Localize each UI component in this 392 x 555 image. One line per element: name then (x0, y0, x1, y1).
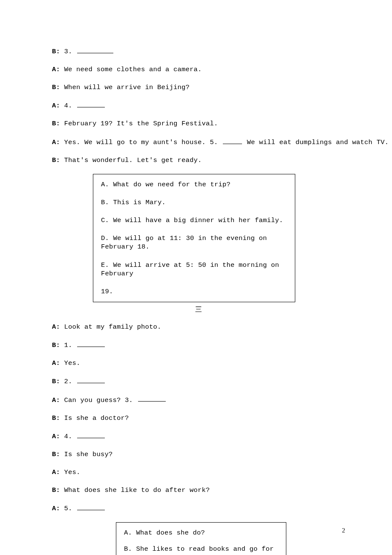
dialog2-line-a3: A: We need some clothes and a camera. (52, 65, 345, 74)
speaker-a: A: (52, 139, 64, 146)
dialog-text: We will eat dumplings and watch TV. (243, 139, 389, 146)
dialog3-line-a4: A: 4. (52, 432, 345, 441)
choice-option-a: A. What do we need for the trip? (101, 180, 287, 189)
dialog3-line-b2: B: 2. (52, 377, 345, 386)
speaker-b: B: (52, 48, 64, 55)
fill-blank[interactable] (77, 504, 105, 510)
speaker-b: B: (52, 486, 64, 494)
dialog2-line-b6: B: That's wonderful. Let's get ready. (52, 156, 345, 165)
fill-blank[interactable] (223, 138, 242, 144)
choice-option-c: C. We will have a big dinner with her fa… (101, 216, 287, 225)
speaker-a: A: (52, 66, 64, 73)
speaker-b: B: (52, 451, 64, 458)
choice-option-e-cont: 19. (101, 287, 287, 296)
dialog-text: February 19? It's the Spring Festival. (64, 120, 218, 127)
speaker-b: B: (52, 414, 64, 422)
speaker-b: B: (52, 84, 64, 91)
dialog2-line-b4: B: When will we arrive in Beijing? (52, 83, 345, 92)
dialog-text: Can you guess? 3. (64, 396, 137, 404)
blank-number: 4. (64, 433, 77, 440)
dialog-text: Yes. (64, 468, 81, 476)
page: B: 3. A: We need some clothes and a came… (0, 0, 392, 555)
speaker-a: A: (52, 396, 64, 404)
dialog-text: Is she busy? (64, 451, 113, 458)
dialog-text: That's wonderful. Let's get ready. (64, 156, 202, 164)
fill-blank[interactable] (77, 377, 105, 383)
choice-box-3: A. What does she do? B. She likes to rea… (116, 522, 286, 555)
dialog-text: Look at my family photo. (64, 323, 161, 331)
choice-option-e: E. We will arrive at 5: 50 in the mornin… (101, 261, 287, 278)
speaker-b: B: (52, 120, 64, 127)
speaker-b: B: (52, 341, 64, 349)
choice-option-b: B. She likes to read books and go for a … (124, 545, 278, 555)
speaker-a: A: (52, 323, 64, 331)
fill-blank[interactable] (138, 396, 166, 402)
dialog3-line-a3: A: Can you guess? 3. (52, 396, 345, 405)
dialog-text: What does she like to do after work? (64, 486, 210, 494)
section-3-heading: 三 (52, 306, 345, 314)
dialog3-line-a5: A: Yes. (52, 468, 345, 477)
fill-blank[interactable] (77, 101, 105, 107)
speaker-a: A: (52, 505, 64, 512)
dialog3-line-a1: A: Look at my family photo. (52, 323, 345, 331)
dialog2-line-a5: A: Yes. We will go to my aunt's house. 5… (52, 138, 345, 147)
choice-option-a: A. What does she do? (124, 529, 278, 537)
dialog-text: We need some clothes and a camera. (64, 66, 202, 73)
speaker-b: B: (52, 156, 64, 164)
choice-option-b: B. This is Mary. (101, 198, 287, 207)
dialog3-line-b3: B: Is she a doctor? (52, 414, 345, 422)
page-number: 2 (342, 526, 346, 535)
dialog3-line-b1: B: 1. (52, 341, 345, 350)
choice-box-2: A. What do we need for the trip? B. This… (93, 174, 295, 302)
dialog-text: Yes. (64, 359, 81, 367)
dialog-text: Yes. We will go to my aunt's house. 5. (64, 139, 222, 146)
dialog3-line-a2: A: Yes. (52, 359, 345, 367)
blank-number: 2. (64, 378, 77, 385)
speaker-a: A: (52, 468, 64, 476)
speaker-a: A: (52, 102, 64, 110)
dialog3-line-a6: A: 5. (52, 504, 345, 513)
blank-number: 1. (64, 341, 77, 349)
blank-number: 5. (64, 505, 77, 512)
speaker-a: A: (52, 359, 64, 367)
fill-blank[interactable] (77, 341, 105, 347)
dialog-text: Is she a doctor? (64, 414, 129, 422)
dialog2-line-b3: B: 3. (52, 47, 345, 56)
dialog2-line-b5: B: February 19? It's the Spring Festival… (52, 119, 345, 128)
dialog3-line-b4: B: Is she busy? (52, 450, 345, 459)
fill-blank[interactable] (77, 432, 105, 438)
speaker-b: B: (52, 378, 64, 385)
fill-blank[interactable] (77, 47, 113, 53)
blank-number: 3. (64, 48, 77, 55)
dialog3-line-b5: B: What does she like to do after work? (52, 486, 345, 494)
blank-number: 4. (64, 102, 77, 110)
dialog2-line-a4: A: 4. (52, 101, 345, 110)
dialog-text: When will we arrive in Beijing? (64, 84, 190, 91)
choice-option-d: D. We will go at 11: 30 in the evening o… (101, 234, 287, 251)
speaker-a: A: (52, 433, 64, 440)
